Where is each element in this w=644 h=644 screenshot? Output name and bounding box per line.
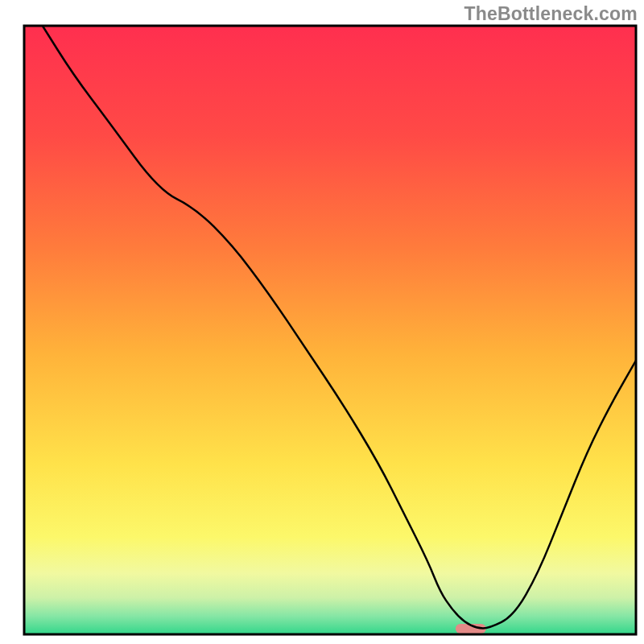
gradient-background: [24, 26, 636, 634]
chart-svg: [0, 0, 644, 644]
bottleneck-chart: TheBottleneck.com: [0, 0, 644, 644]
watermark-text: TheBottleneck.com: [464, 3, 638, 25]
